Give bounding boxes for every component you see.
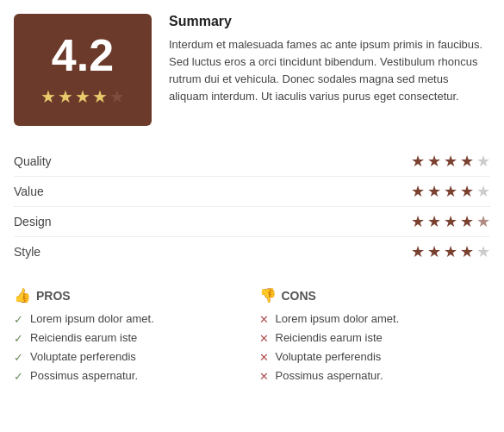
star-4 xyxy=(92,86,108,107)
pros-section: 👍 PROS ✓ Lorem ipsum dolor amet. ✓ Reici… xyxy=(14,287,246,388)
cons-section: 👎 CONS ✕ Lorem ipsum dolor amet. ✕ Reici… xyxy=(259,287,491,388)
x-icon-2: ✕ xyxy=(259,332,269,345)
s-star-5 xyxy=(476,242,490,261)
check-icon-1: ✓ xyxy=(14,313,23,326)
pros-title: 👍 PROS xyxy=(14,287,246,304)
star-3 xyxy=(75,86,90,107)
rating-box: 4.2 xyxy=(14,14,152,126)
v-star-4 xyxy=(460,182,474,201)
pros-cons-section: 👍 PROS ✓ Lorem ipsum dolor amet. ✓ Reici… xyxy=(14,287,490,388)
v-star-1 xyxy=(411,182,425,201)
value-stars xyxy=(411,182,490,201)
star-5 xyxy=(109,86,125,107)
check-icon-4: ✓ xyxy=(14,370,23,383)
q-star-5 xyxy=(476,152,490,171)
v-star-2 xyxy=(427,182,441,201)
style-row: Style xyxy=(14,237,490,266)
quality-row: Quality xyxy=(14,147,490,177)
q-star-2 xyxy=(427,152,441,171)
cons-title-text: CONS xyxy=(282,289,316,303)
q-star-1 xyxy=(411,152,425,171)
rating-score: 4.2 xyxy=(52,33,114,78)
thumbs-up-icon: 👍 xyxy=(14,287,31,304)
pros-item-1: ✓ Lorem ipsum dolor amet. xyxy=(14,312,246,326)
s-star-3 xyxy=(444,242,457,261)
star-1 xyxy=(40,86,56,107)
summary-section: Summary Interdum et malesuada fames ac a… xyxy=(169,14,490,126)
s-star-1 xyxy=(411,242,425,261)
design-label: Design xyxy=(14,215,83,229)
summary-text: Interdum et malesuada fames ac ante ipsu… xyxy=(169,36,490,106)
cons-item-3: ✕ Voluptate perferendis xyxy=(259,350,491,364)
summary-title: Summary xyxy=(169,14,490,29)
v-star-3 xyxy=(444,182,457,201)
d-star-1 xyxy=(411,212,425,231)
d-star-3 xyxy=(444,212,457,231)
d-star-5 xyxy=(476,212,490,231)
quality-label: Quality xyxy=(14,154,83,168)
quality-stars xyxy=(411,152,490,171)
cons-item-1: ✕ Lorem ipsum dolor amet. xyxy=(259,312,491,326)
cons-item-2: ✕ Reiciendis earum iste xyxy=(259,331,491,345)
s-star-4 xyxy=(460,242,474,261)
x-icon-3: ✕ xyxy=(259,351,269,364)
design-row: Design xyxy=(14,207,490,237)
x-icon-1: ✕ xyxy=(259,313,269,326)
v-star-5 xyxy=(476,182,490,201)
pros-title-text: PROS xyxy=(36,289,71,303)
d-star-4 xyxy=(460,212,474,231)
thumbs-down-icon: 👎 xyxy=(259,287,277,304)
rating-stars xyxy=(40,86,125,107)
design-stars xyxy=(411,212,490,231)
d-star-2 xyxy=(427,212,441,231)
pros-item-4: ✓ Possimus aspernatur. xyxy=(14,369,246,383)
cons-title: 👎 CONS xyxy=(259,287,491,304)
check-icon-2: ✓ xyxy=(14,332,23,345)
value-row: Value xyxy=(14,177,490,207)
q-star-3 xyxy=(444,152,457,171)
value-label: Value xyxy=(14,185,83,198)
ratings-section: Quality Value Design Style xyxy=(14,147,490,266)
pros-item-3: ✓ Voluptate perferendis xyxy=(14,350,246,364)
style-label: Style xyxy=(14,245,83,259)
style-stars xyxy=(411,242,490,261)
cons-item-4: ✕ Possimus aspernatur. xyxy=(259,369,491,383)
q-star-4 xyxy=(460,152,474,171)
top-section: 4.2 Summary Interdum et malesuada fames … xyxy=(14,14,490,126)
x-icon-4: ✕ xyxy=(259,370,269,383)
star-2 xyxy=(58,86,73,107)
pros-item-2: ✓ Reiciendis earum iste xyxy=(14,331,246,345)
check-icon-3: ✓ xyxy=(14,351,23,364)
s-star-2 xyxy=(427,242,441,261)
